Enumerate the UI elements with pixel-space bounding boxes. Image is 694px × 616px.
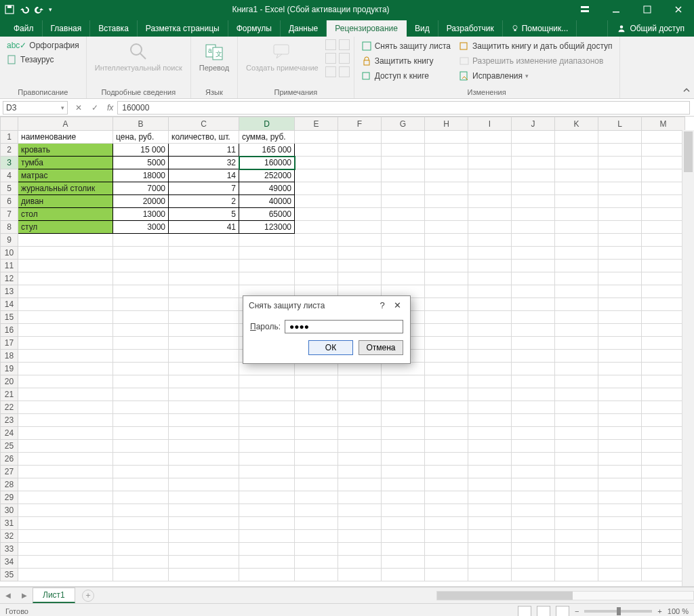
cell[interactable]	[555, 543, 598, 556]
cell[interactable]	[239, 234, 295, 247]
cell[interactable]	[598, 401, 642, 414]
cell[interactable]	[239, 530, 295, 543]
row-header-18[interactable]: 18	[1, 350, 18, 363]
cell[interactable]	[113, 363, 169, 375]
cell[interactable]	[512, 466, 555, 478]
cell[interactable]	[555, 414, 598, 427]
show-ink-button[interactable]	[339, 66, 350, 77]
cell[interactable]	[338, 556, 382, 569]
cell[interactable]	[382, 144, 425, 157]
cell[interactable]	[468, 491, 512, 504]
cell[interactable]	[468, 530, 512, 543]
cell[interactable]	[169, 234, 239, 247]
cell[interactable]	[468, 556, 512, 569]
row-header-10[interactable]: 10	[1, 247, 18, 260]
spelling-button[interactable]: abc✓Орфография	[4, 39, 82, 52]
cell[interactable]	[338, 440, 382, 453]
cell[interactable]	[239, 517, 295, 530]
cell[interactable]	[468, 350, 512, 363]
allow-ranges-button[interactable]: Разрешить изменение диапазонов	[456, 54, 615, 68]
cell[interactable]	[425, 569, 468, 581]
cell[interactable]: 2	[169, 195, 239, 208]
cell[interactable]	[555, 556, 598, 569]
cell[interactable]	[598, 311, 642, 324]
col-header-I[interactable]: I	[468, 117, 512, 131]
cell[interactable]	[382, 530, 425, 543]
cell[interactable]	[555, 569, 598, 581]
col-header-B[interactable]: B	[113, 117, 169, 131]
cell[interactable]	[642, 453, 685, 466]
cell[interactable]	[642, 221, 685, 234]
cell[interactable]	[113, 427, 169, 440]
cell[interactable]	[512, 375, 555, 388]
cell[interactable]	[338, 157, 382, 169]
cell[interactable]	[295, 388, 338, 401]
cell[interactable]	[468, 569, 512, 581]
row-header-26[interactable]: 26	[1, 453, 18, 466]
cell[interactable]	[642, 427, 685, 440]
cell[interactable]	[468, 440, 512, 453]
sheet-nav-prev[interactable]: ◀	[0, 592, 16, 599]
cell[interactable]	[338, 427, 382, 440]
row-header-20[interactable]: 20	[1, 375, 18, 388]
cell[interactable]	[642, 556, 685, 569]
cell[interactable]	[382, 221, 425, 234]
cell[interactable]	[239, 375, 295, 388]
cell[interactable]	[555, 234, 598, 247]
ribbon-options-icon[interactable]	[569, 0, 600, 19]
cell[interactable]	[338, 131, 382, 144]
cell[interactable]	[338, 504, 382, 517]
cell[interactable]	[295, 401, 338, 414]
cell[interactable]	[239, 478, 295, 491]
horizontal-scrollbar[interactable]	[436, 591, 694, 600]
cell[interactable]	[169, 504, 239, 517]
cell[interactable]	[338, 491, 382, 504]
cell[interactable]	[468, 157, 512, 169]
col-header-L[interactable]: L	[598, 117, 642, 131]
cell[interactable]	[18, 375, 113, 388]
cell[interactable]	[425, 517, 468, 530]
cell[interactable]	[425, 208, 468, 221]
cell[interactable]	[295, 440, 338, 453]
cell[interactable]	[113, 272, 169, 285]
cell[interactable]	[113, 517, 169, 530]
cell[interactable]	[295, 157, 338, 169]
cell[interactable]	[295, 466, 338, 478]
cell[interactable]	[338, 414, 382, 427]
cell[interactable]	[468, 234, 512, 247]
cell[interactable]	[425, 466, 468, 478]
cell[interactable]	[169, 324, 239, 337]
cell[interactable]	[295, 569, 338, 581]
header-cell[interactable]: цена, руб.	[113, 131, 169, 144]
cell[interactable]	[169, 491, 239, 504]
cell[interactable]	[18, 414, 113, 427]
cell[interactable]	[598, 272, 642, 285]
cell[interactable]	[113, 530, 169, 543]
cell[interactable]	[468, 169, 512, 182]
cell[interactable]	[555, 466, 598, 478]
cell[interactable]	[18, 556, 113, 569]
cell[interactable]	[468, 144, 512, 157]
cell[interactable]	[642, 285, 685, 298]
cell[interactable]	[512, 478, 555, 491]
cell[interactable]	[555, 401, 598, 414]
cell[interactable]	[239, 440, 295, 453]
row-header-28[interactable]: 28	[1, 478, 18, 491]
cell[interactable]	[295, 234, 338, 247]
cell[interactable]	[382, 195, 425, 208]
cell[interactable]	[18, 234, 113, 247]
accept-formula-button[interactable]: ✓	[87, 103, 103, 112]
cell[interactable]	[295, 208, 338, 221]
cell[interactable]	[18, 491, 113, 504]
cell[interactable]	[18, 466, 113, 478]
cell[interactable]: 7000	[113, 182, 169, 195]
cell[interactable]	[642, 337, 685, 350]
cell[interactable]	[512, 453, 555, 466]
row-header-30[interactable]: 30	[1, 504, 18, 517]
cell[interactable]	[239, 260, 295, 272]
cell[interactable]	[598, 556, 642, 569]
cell[interactable]	[642, 350, 685, 363]
cell[interactable]	[382, 363, 425, 375]
cell[interactable]	[425, 324, 468, 337]
cell[interactable]	[338, 466, 382, 478]
